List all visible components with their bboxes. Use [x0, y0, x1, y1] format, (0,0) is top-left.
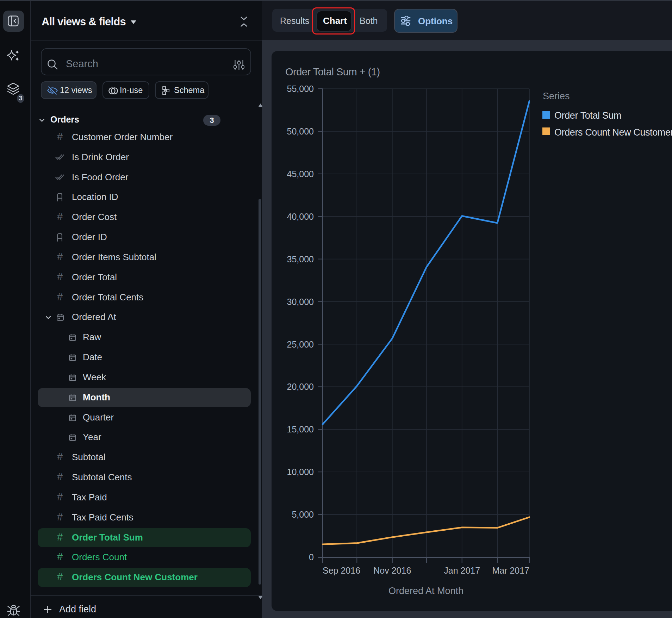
- svg-text:Mar 2017: Mar 2017: [492, 566, 529, 575]
- svg-text:Jan 2017: Jan 2017: [444, 566, 480, 575]
- svg-text:Nov 2016: Nov 2016: [373, 566, 411, 575]
- svg-text:Ordered At Month: Ordered At Month: [388, 586, 463, 596]
- svg-text:55,000: 55,000: [287, 84, 314, 94]
- svg-text:25,000: 25,000: [287, 339, 314, 349]
- svg-text:20,000: 20,000: [287, 382, 314, 392]
- svg-text:10,000: 10,000: [287, 467, 314, 477]
- svg-text:45,000: 45,000: [287, 169, 314, 179]
- svg-text:30,000: 30,000: [287, 297, 314, 307]
- svg-text:35,000: 35,000: [287, 254, 314, 264]
- svg-text:0: 0: [309, 552, 314, 562]
- svg-text:50,000: 50,000: [287, 126, 314, 136]
- svg-text:Sep 2016: Sep 2016: [323, 566, 360, 575]
- svg-text:40,000: 40,000: [287, 212, 314, 221]
- svg-text:5,000: 5,000: [292, 510, 314, 519]
- svg-text:15,000: 15,000: [287, 424, 314, 434]
